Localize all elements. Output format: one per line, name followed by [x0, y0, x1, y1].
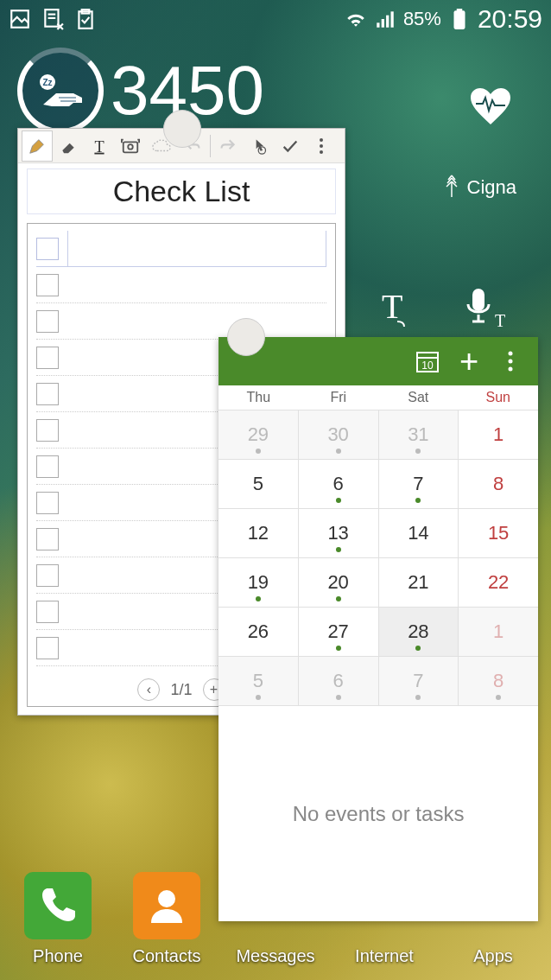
- dock-label: Messages: [236, 946, 314, 966]
- dock-item-contacts[interactable]: Contacts: [116, 872, 218, 966]
- calendar-day-cell[interactable]: 14: [379, 508, 459, 557]
- calendar-popup[interactable]: 10 + ThuFriSatSun 2930311567812131415192…: [218, 337, 538, 921]
- dock-item-internet[interactable]: Internet: [333, 946, 435, 966]
- calendar-week: 12131415: [218, 508, 538, 557]
- event-dot-icon: [336, 596, 341, 601]
- calendar-day-cell[interactable]: 19: [218, 557, 299, 607]
- event-dot-icon: [336, 449, 341, 454]
- svg-rect-10: [386, 16, 389, 28]
- checkbox[interactable]: [36, 347, 59, 369]
- text-tool-button[interactable]: T: [84, 130, 115, 162]
- checkbox[interactable]: [36, 564, 59, 587]
- battery-percent: 85%: [403, 8, 441, 30]
- checkbox[interactable]: [36, 238, 59, 260]
- calendar-day-cell[interactable]: 12: [218, 508, 299, 557]
- calendar-day-cell[interactable]: 8: [459, 656, 538, 705]
- event-dot-icon: [256, 596, 261, 601]
- svg-text:Zz: Zz: [42, 78, 52, 87]
- calendar-day-cell[interactable]: 29: [218, 410, 299, 459]
- done-button[interactable]: [275, 130, 306, 162]
- checkbox[interactable]: [36, 637, 59, 659]
- pen-tool-button[interactable]: [22, 130, 53, 162]
- dock-item-phone[interactable]: Phone: [7, 872, 109, 966]
- checklist-row[interactable]: [36, 267, 326, 303]
- prev-page-button[interactable]: ‹: [137, 678, 160, 701]
- checklist-text-line[interactable]: [67, 231, 326, 266]
- status-bar: 85% 20:59: [0, 0, 551, 38]
- checkbox[interactable]: [36, 419, 59, 442]
- today-button[interactable]: 10: [407, 340, 448, 382]
- status-right: 85% 20:59: [345, 4, 542, 34]
- note-title[interactable]: Check List: [27, 169, 336, 214]
- event-dot-icon: [336, 695, 341, 700]
- more-menu-button[interactable]: [306, 130, 337, 162]
- voice-recognition-icon[interactable]: T: [462, 285, 505, 334]
- dock-item-messages[interactable]: Messages: [225, 946, 326, 966]
- calendar-day-cell[interactable]: 1: [459, 607, 538, 656]
- checkbox[interactable]: [36, 383, 59, 405]
- checkbox[interactable]: [36, 455, 59, 478]
- calendar-grid[interactable]: 29303115678121314151920212226272815678: [218, 410, 538, 705]
- text-recognition-icon[interactable]: T: [363, 285, 408, 334]
- calendar-day-cell[interactable]: 20: [299, 557, 379, 607]
- checkbox[interactable]: [36, 492, 59, 514]
- redo-button[interactable]: [212, 130, 244, 162]
- calendar-day-cell[interactable]: 7: [379, 656, 459, 705]
- calendar-header: 10 +: [218, 337, 538, 385]
- calendar-day-cell[interactable]: 13: [299, 508, 379, 557]
- phone-icon: [24, 872, 92, 939]
- checkbox[interactable]: [36, 274, 59, 296]
- calendar-day-cell[interactable]: 27: [299, 607, 379, 656]
- add-event-button[interactable]: +: [448, 340, 490, 382]
- checklist-text-line[interactable]: [67, 303, 326, 339]
- contacts-icon: [133, 872, 200, 939]
- eraser-tool-button[interactable]: [53, 130, 84, 162]
- calendar-day-cell[interactable]: 6: [299, 656, 379, 705]
- battery-icon: [448, 8, 471, 30]
- svg-point-37: [158, 890, 175, 907]
- pedometer-widget[interactable]: Zz 3450: [17, 48, 264, 134]
- svg-point-23: [320, 138, 323, 142]
- calendar-day-cell[interactable]: 5: [218, 459, 299, 508]
- checklist-row[interactable]: [36, 303, 326, 340]
- event-dot-icon: [336, 498, 341, 503]
- calendar-day-cell[interactable]: 6: [299, 459, 379, 508]
- checklist-text-line[interactable]: [67, 267, 326, 302]
- svg-point-21: [128, 144, 133, 150]
- event-dot-icon: [256, 449, 261, 454]
- calendar-day-cell[interactable]: 21: [379, 557, 459, 607]
- checkbox[interactable]: [36, 310, 59, 333]
- dock-item-apps[interactable]: Apps: [442, 946, 544, 966]
- calendar-day-cell[interactable]: 15: [459, 508, 538, 557]
- calendar-day-cell[interactable]: 7: [379, 459, 459, 508]
- calendar-day-cell[interactable]: 5: [218, 656, 299, 705]
- event-dot-icon: [496, 695, 501, 700]
- calendar-day-cell[interactable]: 1: [459, 410, 538, 459]
- heart-rate-icon[interactable]: [469, 86, 512, 130]
- popup-drag-handle[interactable]: [163, 110, 201, 148]
- calendar-day-cell[interactable]: 26: [218, 607, 299, 656]
- popup-drag-handle[interactable]: [227, 318, 265, 356]
- svg-text:T: T: [495, 311, 505, 330]
- calendar-more-button[interactable]: [490, 340, 531, 382]
- event-dot-icon: [336, 646, 341, 651]
- checklist-row[interactable]: [36, 231, 326, 267]
- event-dot-icon: [415, 449, 421, 454]
- calendar-day-cell[interactable]: 30: [299, 410, 379, 459]
- toolbar-divider: [210, 135, 211, 157]
- calendar-day-cell[interactable]: 22: [459, 557, 538, 607]
- calendar-week: 19202122: [218, 557, 538, 607]
- app-dock: Phone Contacts Messages Internet Apps: [0, 854, 551, 966]
- checkbox[interactable]: [36, 601, 59, 623]
- day-header: Fri: [299, 385, 379, 410]
- pointer-button[interactable]: [244, 130, 275, 162]
- calendar-day-cell[interactable]: 31: [379, 410, 459, 459]
- calendar-day-cell[interactable]: 28: [379, 607, 459, 656]
- checkbox[interactable]: [36, 528, 59, 550]
- camera-button[interactable]: [115, 130, 146, 162]
- clock-time: 20:59: [478, 4, 542, 34]
- cigna-button[interactable]: Cigna: [441, 173, 516, 202]
- svg-point-25: [320, 150, 323, 154]
- calendar-day-cell[interactable]: 8: [459, 459, 538, 508]
- svg-point-35: [509, 360, 513, 364]
